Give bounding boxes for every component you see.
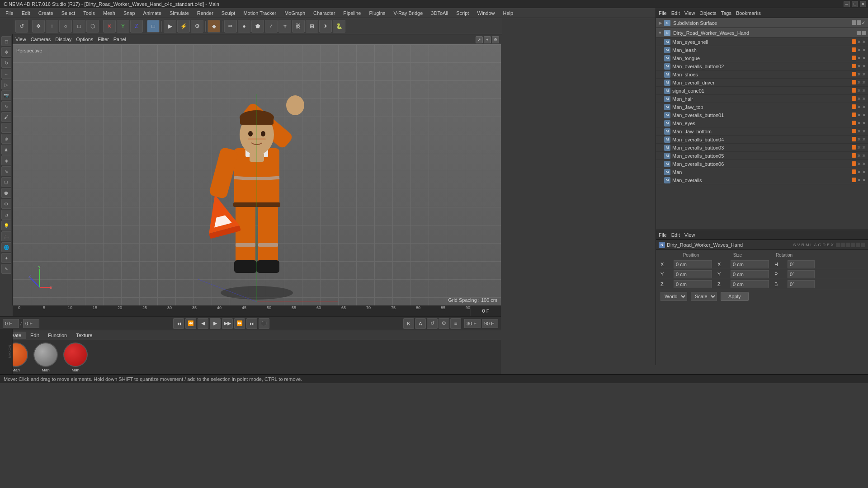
root-render[interactable] [862, 31, 866, 35]
obj-vis-dot[interactable] [852, 104, 856, 109]
tool-light[interactable]: ☀ [319, 20, 332, 33]
obj-x-btn[interactable]: ✕ [857, 88, 861, 93]
menu-motion-tracker[interactable]: Motion Tracker [240, 9, 280, 17]
object-list-item[interactable]: M Man_hair ✕ ✕ [656, 95, 868, 103]
obj-x2-btn[interactable]: ✕ [862, 113, 866, 117]
menu-tools[interactable]: Tools [80, 9, 99, 17]
obj-vis-dot[interactable] [852, 96, 856, 101]
h-rot-input[interactable] [788, 260, 815, 268]
x-position-input[interactable] [674, 260, 712, 268]
tool-sphere[interactable]: ● [238, 20, 250, 33]
undo-button[interactable]: ↺ [15, 20, 28, 33]
obj-x-btn[interactable]: ✕ [857, 96, 861, 101]
om-menu-tags[interactable]: Tags [721, 10, 731, 16]
menu-create[interactable]: Create [35, 9, 57, 17]
attr-menu-view[interactable]: View [684, 232, 695, 238]
mat-sphere-3[interactable] [63, 343, 88, 367]
tool-x[interactable]: ✕ [103, 20, 116, 33]
obj-x2-btn[interactable]: ✕ [862, 161, 866, 166]
lt-select[interactable]: ◻ [1, 36, 11, 46]
menu-pipeline[interactable]: Pipeline [340, 9, 364, 17]
lt-rotate[interactable]: ↻ [1, 58, 11, 68]
obj-x2-btn[interactable]: ✕ [862, 169, 866, 174]
menu-snap[interactable]: Snap [120, 9, 139, 17]
lt-deform[interactable]: ⤿ [1, 101, 11, 111]
lt-deformer[interactable]: ⊿ [1, 210, 11, 220]
playback-settings[interactable]: ⚙ [439, 318, 449, 329]
menu-3dtoall[interactable]: 3DToAll [427, 9, 452, 17]
root-vis[interactable] [857, 31, 861, 35]
tool-chain[interactable]: ⛓ [292, 20, 305, 33]
obj-x2-btn[interactable]: ✕ [862, 153, 866, 158]
object-list-item[interactable]: M Man_overalls ✕ ✕ [656, 176, 868, 184]
menu-script[interactable]: Script [453, 9, 472, 17]
obj-x-btn[interactable]: ✕ [857, 178, 861, 183]
tool-z[interactable]: Z [130, 20, 143, 33]
loop-button[interactable]: ↺ [427, 318, 438, 329]
tool-rect[interactable]: □ [73, 20, 85, 33]
menu-mesh[interactable]: Mesh [99, 9, 119, 17]
anim-button[interactable]: A [415, 318, 426, 329]
x-size-input[interactable] [731, 260, 769, 268]
object-list-item[interactable]: M Man_Jaw_bottom ✕ ✕ [656, 127, 868, 136]
layer-vis1[interactable] [836, 243, 840, 247]
obj-x-btn[interactable]: ✕ [857, 80, 861, 85]
tool-pen[interactable]: ✏ [224, 20, 237, 33]
layer-vis3[interactable] [846, 243, 850, 247]
object-list-item[interactable]: M Man_overalls_button01 ✕ ✕ [656, 111, 868, 119]
obj-vis-dot[interactable] [852, 169, 856, 174]
key-button[interactable]: K [403, 318, 414, 329]
obj-x-btn[interactable]: ✕ [857, 153, 861, 158]
menu-animate[interactable]: Animate [140, 9, 165, 17]
vp-menu-display[interactable]: Display [55, 37, 71, 42]
obj-x-btn[interactable]: ✕ [857, 161, 861, 166]
subdiv-vis-btn[interactable] [852, 20, 856, 25]
attr-menu-edit[interactable]: Edit [671, 232, 680, 238]
obj-vis-dot[interactable] [852, 145, 856, 150]
play-button[interactable]: ▶ [210, 318, 221, 329]
obj-vis-dot[interactable] [852, 80, 856, 84]
go-end-button[interactable]: ⏭ [246, 318, 257, 329]
p-rot-input[interactable] [788, 270, 815, 278]
obj-vis-dot[interactable] [852, 153, 856, 158]
object-list-item[interactable]: M Man_tongue ✕ ✕ [656, 54, 868, 62]
lt-camera2[interactable]: 🎥 [1, 231, 11, 241]
lt-hair[interactable]: ≡ [1, 123, 11, 133]
obj-x-btn[interactable]: ✕ [857, 104, 861, 109]
obj-x-btn[interactable]: ✕ [857, 121, 861, 126]
obj-x-btn[interactable]: ✕ [857, 47, 861, 52]
mat-sphere-2[interactable] [33, 343, 58, 367]
viewport-settings[interactable]: ⚙ [492, 36, 499, 43]
mat-tab-function[interactable]: Function [43, 332, 71, 339]
mat-item-2[interactable]: Man [33, 343, 58, 372]
object-list-item[interactable]: M signal_cone01 ✕ ✕ [656, 87, 868, 95]
close-button[interactable]: ✕ [860, 1, 866, 7]
minimize-button[interactable]: ─ [844, 1, 850, 7]
menu-simulate[interactable]: Simulate [166, 9, 193, 17]
menu-render[interactable]: Render [193, 9, 217, 17]
z-size-input[interactable] [731, 280, 769, 288]
viewport-layout[interactable]: + [484, 36, 491, 43]
obj-vis-dot[interactable] [852, 64, 856, 68]
menu-vray[interactable]: V-Ray Bridge [390, 9, 427, 17]
lt-nurbs[interactable]: ⬢ [1, 188, 11, 198]
lt-scene[interactable]: 🌐 [1, 242, 11, 252]
obj-vis-dot[interactable] [852, 178, 856, 182]
subdiv-fold-icon[interactable]: ▶ [659, 20, 662, 25]
end-frame-input[interactable] [482, 319, 498, 328]
lt-scale[interactable]: ↔ [1, 69, 11, 79]
menu-select[interactable]: Select [58, 9, 79, 17]
om-menu-view[interactable]: View [684, 10, 695, 16]
layer-vis4[interactable] [851, 243, 855, 247]
attr-menu-file[interactable]: File [659, 232, 667, 238]
render-to-picture-viewer[interactable]: ▶ [164, 20, 176, 33]
object-list-item[interactable]: M Man_eyes ✕ ✕ [656, 119, 868, 127]
object-list-item[interactable]: M Man_shoes ✕ ✕ [656, 70, 868, 79]
object-list-item[interactable]: M Man_leash ✕ ✕ [656, 46, 868, 54]
obj-x-btn[interactable]: ✕ [857, 72, 861, 77]
vp-menu-panel[interactable]: Panel [113, 37, 126, 42]
obj-vis-dot[interactable] [852, 88, 856, 93]
transform-type-dropdown[interactable]: Scale [691, 292, 717, 301]
vp-menu-cameras[interactable]: Cameras [31, 37, 51, 42]
move-tool[interactable]: ✥ [32, 20, 45, 33]
